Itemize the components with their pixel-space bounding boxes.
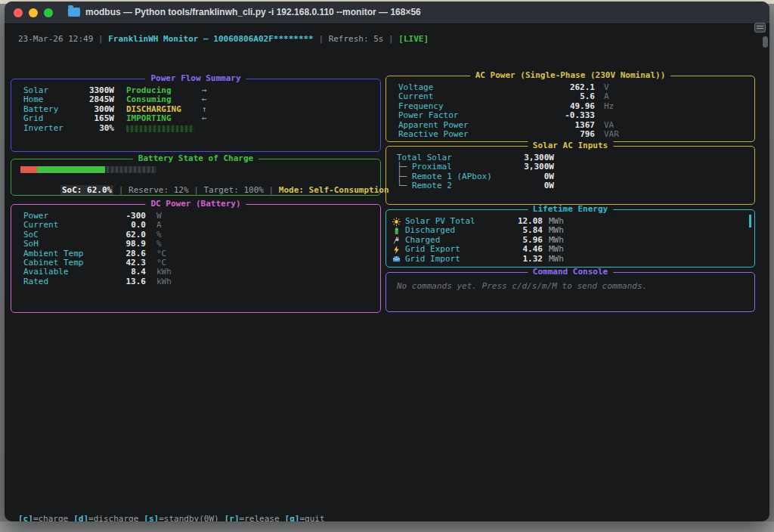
- row-label: Discharged: [405, 226, 505, 235]
- window-title-group: modbus — Python tools/franklinwh_cli.py …: [68, 7, 421, 17]
- row-unit: MWh: [549, 255, 564, 264]
- row-unit: kWh: [156, 277, 172, 286]
- tree-branch-icon: ├─: [397, 162, 412, 172]
- soc-reserve-segment: [20, 166, 37, 173]
- soc-value: SoC: 62.0%: [60, 185, 113, 195]
- row-label: Home: [23, 95, 76, 104]
- ac-row: Power Factor-0.333: [398, 111, 747, 120]
- zoom-button[interactable]: [44, 8, 53, 17]
- row-value: 0W: [510, 181, 554, 190]
- sun-icon: [392, 217, 405, 226]
- row-status: IMPORTING: [126, 114, 202, 123]
- row-status: Consuming: [126, 95, 202, 104]
- live-badge: [LIVE]: [398, 34, 429, 44]
- dc-power-panel: DC Power (Battery) Power-300W Current0.0…: [11, 204, 381, 313]
- close-button[interactable]: [14, 8, 23, 17]
- row-label: Current: [23, 221, 102, 230]
- monitor-header: 23-Mar-26 12:49 | FranklinWH Monitor — 1…: [18, 35, 429, 44]
- row-value: 5.6: [491, 92, 595, 101]
- row-value: 2845W: [76, 95, 114, 104]
- row-label: SoH: [23, 240, 102, 249]
- row-unit: Hz: [604, 102, 614, 111]
- key-desc: =release: [240, 514, 280, 521]
- window-scrollbar-thumb[interactable]: [763, 36, 768, 48]
- folder-icon: [68, 8, 80, 17]
- solar-input-row: └─ Remote 20W: [397, 181, 747, 190]
- terminal-content[interactable]: 23-Mar-26 12:49 | FranklinWH Monitor — 1…: [5, 24, 769, 521]
- header-separator: |: [98, 34, 104, 44]
- key-desc: =charge: [33, 514, 68, 521]
- panel-title: DC Power (Battery): [145, 200, 246, 209]
- key-hint: [d]: [73, 514, 88, 521]
- battery-soc-panel: Battery State of Charge SoC: 62.0% | Res…: [11, 159, 381, 196]
- row-label: Current: [398, 92, 491, 101]
- power-flow-row-grid: Grid 165W IMPORTING ←: [23, 114, 373, 123]
- row-value: 4.46: [505, 245, 543, 254]
- row-value: -0.333: [491, 111, 595, 120]
- row-value: 13.6: [102, 277, 146, 286]
- panel-scrollbar-thumb[interactable]: [749, 215, 751, 227]
- lifetime-row: Grid Import1.32MWh: [392, 255, 747, 264]
- row-value: 5.84: [505, 226, 543, 235]
- header-timestamp: 23-Mar-26 12:49: [18, 34, 93, 44]
- row-value: 1.32: [505, 255, 543, 264]
- row-unit: %: [156, 240, 162, 249]
- window-title: modbus — Python tools/franklinwh_cli.py …: [85, 7, 421, 17]
- ac-row: Current5.6A: [398, 92, 747, 101]
- title-bar[interactable]: modbus — Python tools/franklinwh_cli.py …: [5, 2, 769, 24]
- tree-branch-icon: └─: [397, 181, 412, 190]
- panel-title: AC Power (Single-Phase (230V Nominal)): [470, 71, 671, 80]
- solar-input-row: ├─ Proximal3,300W: [397, 162, 747, 172]
- row-label: Reactive Power: [398, 130, 491, 139]
- flow-arrow-icon: ←: [202, 114, 207, 123]
- dc-row: Power-300W: [23, 212, 373, 221]
- dc-row: SoH98.9%: [23, 240, 373, 249]
- soc-charge-segment: [37, 166, 105, 173]
- flow-arrow-icon: ←: [202, 95, 207, 104]
- refresh-interval: Refresh: 5s: [329, 34, 384, 44]
- key-hint: [s]: [144, 514, 159, 521]
- panel-title: Power Flow Summary: [145, 74, 246, 83]
- row-value: 8.4: [102, 268, 146, 277]
- traffic-lights: [14, 8, 53, 17]
- row-value: 3,300W: [510, 162, 554, 172]
- dc-row: Available8.4kWh: [23, 268, 373, 277]
- power-flow-row-solar: Solar 3300W Producing →: [23, 86, 373, 95]
- row-label: Grid Import: [405, 255, 505, 264]
- key-desc: =discharge: [88, 514, 138, 521]
- terminal-window: modbus — Python tools/franklinwh_cli.py …: [5, 2, 769, 521]
- key-desc: =quit: [299, 514, 324, 521]
- row-value: 98.9: [102, 240, 146, 249]
- row-unit: kWh: [156, 268, 172, 277]
- row-label: Remote 2: [412, 181, 452, 190]
- row-label: Power Factor: [398, 111, 491, 120]
- separator: |: [194, 185, 199, 195]
- row-unit: MWh: [549, 245, 564, 254]
- ac-row: Reactive Power796VAR: [398, 130, 747, 139]
- row-label: Rated: [23, 277, 102, 286]
- key-hint: [q]: [285, 514, 300, 521]
- row-label: Grid Export: [405, 245, 505, 254]
- row-label: Proximal: [412, 162, 452, 172]
- lifetime-energy-panel: Lifetime Energy Solar PV Total12.08MWh D…: [385, 209, 755, 268]
- reserve-value: Reserve: 12%: [128, 185, 188, 195]
- dc-row: Current0.0A: [23, 221, 373, 230]
- inverter-load-bar: [126, 125, 194, 132]
- row-unit: A: [156, 221, 162, 230]
- dc-row: SoC62.0%: [23, 230, 373, 240]
- key-desc: =standby(0W): [159, 514, 218, 521]
- header-separator: |: [318, 34, 324, 44]
- monitor-title: FranklinWH Monitor — 10060806A02F*******…: [108, 34, 314, 44]
- dc-row: Cabinet Temp42.3°C: [23, 258, 373, 268]
- panel-title: Command Console: [528, 268, 613, 277]
- minimize-button[interactable]: [29, 8, 38, 17]
- power-flow-row-inverter: Inverter 30%: [23, 124, 373, 133]
- soc-progress-bar: [20, 166, 156, 173]
- row-unit: A: [604, 92, 609, 101]
- scroll-to-bottom-icon[interactable]: [754, 23, 766, 32]
- command-console-panel: Command Console No commands yet. Press c…: [385, 272, 755, 312]
- power-flow-panel: Power Flow Summary Solar 3300W Producing…: [11, 79, 381, 152]
- power-flow-row-battery: Battery 300W DISCHARGING ↑: [23, 105, 373, 114]
- row-unit: MWh: [549, 226, 564, 235]
- panel-title: Battery State of Charge: [133, 154, 259, 163]
